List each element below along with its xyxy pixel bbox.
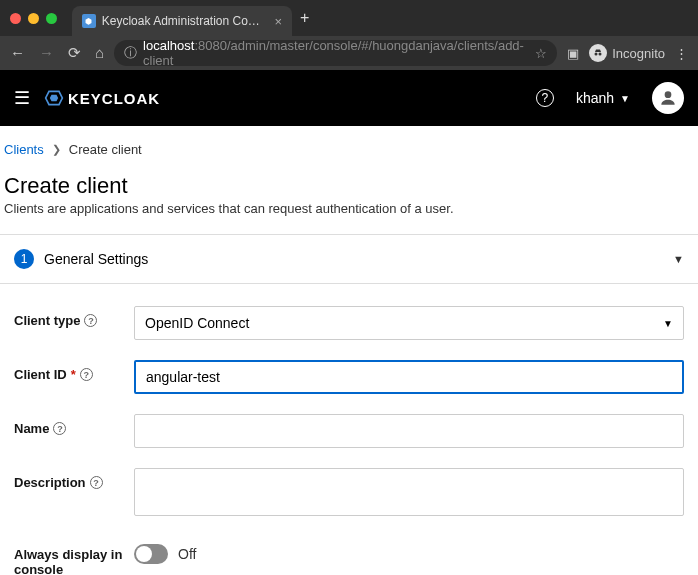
breadcrumb: Clients ❯ Create client <box>0 126 698 165</box>
description-label: Description <box>14 475 86 490</box>
required-indicator: * <box>71 367 76 382</box>
svg-point-1 <box>599 53 602 56</box>
step-label: General Settings <box>44 251 148 267</box>
incognito-icon <box>589 44 607 62</box>
avatar[interactable] <box>652 82 684 114</box>
client-id-label: Client ID <box>14 367 67 382</box>
client-id-row: Client ID * ? <box>14 360 684 394</box>
toggle-state-label: Off <box>178 546 196 562</box>
help-icon[interactable]: ? <box>53 422 66 435</box>
always-display-label: Always display in console <box>14 547 134 575</box>
help-icon[interactable]: ? <box>84 314 97 327</box>
always-display-toggle[interactable] <box>134 544 168 564</box>
page-description: Clients are applications and services th… <box>4 201 698 234</box>
incognito-label: Incognito <box>612 46 665 61</box>
client-id-input[interactable] <box>134 360 684 394</box>
svg-point-4 <box>665 91 672 98</box>
chevron-down-icon: ▼ <box>663 318 673 329</box>
back-icon[interactable]: ← <box>10 44 25 62</box>
client-type-label: Client type <box>14 313 80 328</box>
svg-marker-3 <box>50 95 58 102</box>
url-path: :8080/admin/master/console/#/huongdanjav… <box>143 38 524 68</box>
brand-text: KEYCLOAK <box>68 90 160 107</box>
browser-toolbar: ← → ⟳ ⌂ ⓘ localhost:8080/admin/master/co… <box>0 36 698 70</box>
step-number-badge: 1 <box>14 249 34 269</box>
name-label: Name <box>14 421 49 436</box>
help-icon[interactable]: ? <box>90 476 103 489</box>
page-content: Clients ❯ Create client Create client Cl… <box>0 126 698 575</box>
chevron-down-icon: ▼ <box>673 253 684 265</box>
maximize-window-button[interactable] <box>46 13 57 24</box>
new-tab-button[interactable]: + <box>300 9 309 27</box>
client-type-select[interactable]: OpenID Connect ▼ <box>134 306 684 340</box>
window-controls <box>10 13 57 24</box>
browser-right-controls: ▣ Incognito ⋮ <box>567 44 688 62</box>
description-row: Description ? <box>14 468 684 520</box>
keycloak-logo[interactable]: KEYCLOAK <box>44 88 160 108</box>
browser-tab[interactable]: ⬢ Keycloak Administration Conso × <box>72 6 292 36</box>
breadcrumb-separator-icon: ❯ <box>52 143 61 156</box>
help-icon[interactable]: ? <box>80 368 93 381</box>
tab-favicon-icon: ⬢ <box>82 14 96 28</box>
address-bar[interactable]: ⓘ localhost:8080/admin/master/console/#/… <box>114 40 557 66</box>
close-tab-icon[interactable]: × <box>274 14 282 29</box>
breadcrumb-clients-link[interactable]: Clients <box>4 142 44 157</box>
incognito-badge[interactable]: Incognito <box>589 44 665 62</box>
reload-icon[interactable]: ⟳ <box>68 44 81 62</box>
wizard-step-general-settings[interactable]: 1 General Settings ▼ <box>0 235 698 284</box>
home-icon[interactable]: ⌂ <box>95 44 104 62</box>
avatar-icon <box>658 88 678 108</box>
browser-menu-icon[interactable]: ⋮ <box>675 46 688 61</box>
username-label: khanh <box>576 90 614 106</box>
chevron-down-icon: ▼ <box>620 93 630 104</box>
page-title: Create client <box>4 165 698 201</box>
forward-icon[interactable]: → <box>39 44 54 62</box>
nav-buttons: ← → ⟳ ⌂ <box>10 44 104 62</box>
bookmark-icon[interactable]: ☆ <box>535 46 547 61</box>
name-row: Name ? <box>14 414 684 448</box>
help-icon[interactable]: ? <box>536 89 554 107</box>
close-window-button[interactable] <box>10 13 21 24</box>
form-area: Client type ? OpenID Connect ▼ Client ID… <box>0 284 698 575</box>
svg-point-0 <box>595 53 598 56</box>
user-menu[interactable]: khanh ▼ <box>576 90 630 106</box>
always-display-row: Always display in console ? Off <box>14 540 684 575</box>
keycloak-logo-icon <box>44 88 64 108</box>
client-type-row: Client type ? OpenID Connect ▼ <box>14 306 684 340</box>
description-input[interactable] <box>134 468 684 516</box>
minimize-window-button[interactable] <box>28 13 39 24</box>
site-info-icon[interactable]: ⓘ <box>124 44 137 62</box>
breadcrumb-current: Create client <box>69 142 142 157</box>
hamburger-menu-icon[interactable]: ☰ <box>14 87 30 109</box>
extensions-icon[interactable]: ▣ <box>567 46 579 61</box>
client-type-value: OpenID Connect <box>145 315 249 331</box>
url-host: localhost <box>143 38 194 53</box>
browser-tabs-bar: ⬢ Keycloak Administration Conso × + <box>0 0 698 36</box>
toggle-knob <box>136 546 152 562</box>
app-header: ☰ KEYCLOAK ? khanh ▼ <box>0 70 698 126</box>
name-input[interactable] <box>134 414 684 448</box>
tab-title: Keycloak Administration Conso <box>102 14 265 28</box>
